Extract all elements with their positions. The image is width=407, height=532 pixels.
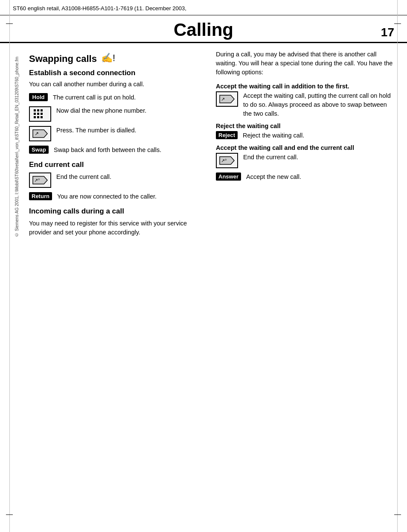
- accept-additional-item: ↗ Accept the waiting call, putting the c…: [216, 91, 394, 118]
- svg-rect-1: [37, 109, 39, 111]
- section-title: Swapping calls: [29, 53, 97, 64]
- subsection3-body: You may need to register for this servic…: [29, 219, 207, 237]
- main-content: © Siemens AG 2001, I:\Mobil\ST60\retail\…: [0, 43, 407, 248]
- keypad-icon-box: [29, 106, 51, 122]
- reject-item: Reject Reject the waiting call.: [216, 131, 394, 140]
- subsection1-title: Establish a second connection: [29, 69, 207, 77]
- accept-additional-icon: ↗: [216, 91, 238, 107]
- swap-item: Swap Swap back and forth between the cal…: [29, 146, 207, 155]
- top-tick-left: [6, 23, 13, 24]
- subsection3-title: Incoming calls during a call: [29, 207, 207, 216]
- person-icon: ✍!: [101, 53, 115, 64]
- accept-additional-svg: ↗: [219, 94, 235, 105]
- phone-press-icon: ↗: [29, 126, 51, 141]
- phone-press-item: ↗ Press. The number is dialled.: [29, 126, 207, 141]
- answer-item: Answer Accept the new call.: [216, 172, 394, 181]
- svg-text:↗: ↗: [221, 96, 225, 102]
- svg-rect-3: [34, 113, 36, 115]
- svg-rect-5: [41, 113, 43, 115]
- swap-badge: Swap: [29, 146, 49, 154]
- answer-badge: Answer: [216, 172, 241, 181]
- page-title: Calling: [30, 20, 377, 42]
- subsection1-body: You can call another number during a cal…: [29, 80, 207, 89]
- end-current-item: ↗° End the current call.: [216, 153, 394, 168]
- bottom-tick-left: [6, 514, 13, 515]
- svg-rect-7: [37, 116, 39, 118]
- reject-badge: Reject: [216, 131, 238, 139]
- phone-press-text: Press. The number is dialled.: [56, 126, 137, 135]
- svg-rect-6: [34, 116, 36, 118]
- reject-text: Reject the waiting call.: [243, 131, 304, 140]
- end-call-item: ↗° End the current call.: [29, 172, 207, 188]
- end-call-icon: ↗°: [29, 172, 51, 188]
- svg-text:↗°: ↗°: [34, 178, 40, 183]
- svg-rect-2: [41, 109, 43, 111]
- svg-rect-4: [37, 113, 39, 115]
- left-margin-line: [9, 0, 10, 532]
- svg-rect-8: [41, 116, 43, 118]
- phone-press-svg: ↗: [32, 128, 48, 139]
- keypad-svg: [32, 108, 48, 120]
- hold-badge: Hold: [29, 93, 48, 101]
- section-title-row: Swapping calls ✍!: [29, 50, 207, 66]
- svg-text:↗°: ↗°: [221, 158, 227, 163]
- svg-text:↗: ↗: [35, 131, 39, 137]
- bottom-tick-right: [394, 514, 401, 515]
- right-column: During a call, you may be advised that t…: [216, 50, 394, 241]
- end-call-text: End the current call.: [56, 172, 111, 181]
- right-intro: During a call, you may be advised that t…: [216, 50, 394, 77]
- accept-end-heading: Accept the waiting call and end the curr…: [216, 144, 394, 151]
- answer-text: Accept the new call.: [246, 172, 301, 181]
- subsection2-title: End current call: [29, 161, 207, 169]
- return-item: Return You are now connected to the call…: [29, 192, 207, 201]
- end-current-text: End the current call.: [243, 153, 298, 162]
- swap-text: Swap back and forth between the calls.: [54, 146, 161, 155]
- top-tick-right: [394, 23, 401, 24]
- return-text: You are now connected to the caller.: [57, 192, 157, 201]
- sidebar-text: © Siemens AG 2001, I:\Mobil\ST60\retail\…: [13, 50, 20, 241]
- end-call-svg: ↗°: [32, 175, 48, 186]
- left-column: Swapping calls ✍! Establish a second con…: [29, 50, 207, 241]
- end-current-svg: ↗°: [219, 155, 235, 166]
- end-current-icon: ↗°: [216, 153, 238, 168]
- keypad-item: Now dial the new phone number.: [29, 106, 207, 122]
- accept-additional-heading: Accept the waiting call in addition to t…: [216, 83, 394, 90]
- header-path: ST60 english retail, A31008-H6855-A101-1…: [13, 5, 186, 12]
- reject-heading: Reject the waiting call: [216, 123, 394, 129]
- page-number: 17: [377, 26, 394, 42]
- page-title-section: Calling 17: [0, 15, 407, 43]
- hold-item: Hold The current call is put on hold.: [29, 93, 207, 102]
- accept-additional-text: Accept the waiting call, putting the cur…: [243, 91, 394, 118]
- keypad-text: Now dial the new phone number.: [56, 106, 146, 115]
- header-bar: ST60 english retail, A31008-H6855-A101-1…: [0, 0, 407, 15]
- hold-text: The current call is put on hold.: [53, 93, 136, 102]
- return-badge: Return: [29, 192, 52, 200]
- svg-rect-0: [34, 109, 36, 111]
- right-margin-line: [397, 0, 398, 532]
